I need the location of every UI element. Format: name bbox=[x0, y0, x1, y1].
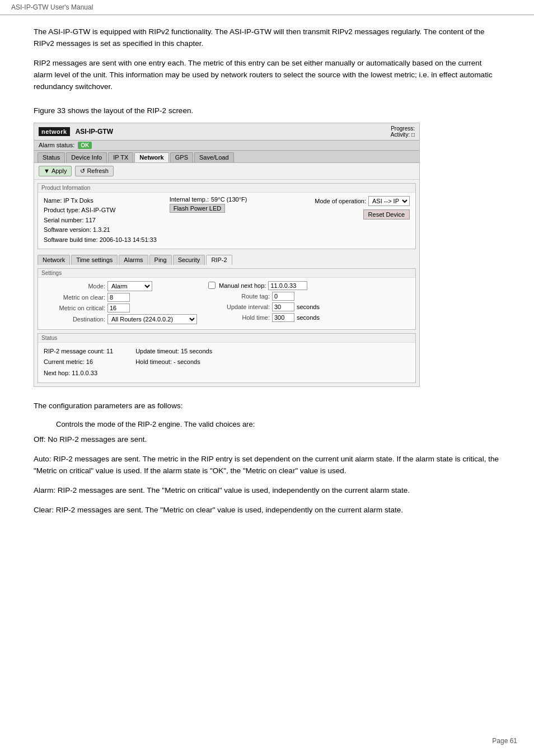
tab-ip-tx[interactable]: IP TX bbox=[108, 152, 133, 162]
manual-next-hop-row: Manual next hop: bbox=[208, 281, 320, 290]
manual-next-hop-input[interactable] bbox=[268, 281, 307, 290]
activity-label: Activity: □ bbox=[391, 132, 415, 138]
update-interval-label: Update interval: bbox=[208, 304, 270, 310]
figure-caption: Figure 33 shows the layout of the RIP-2 … bbox=[34, 106, 500, 115]
device-title: ASI-IP-GTW bbox=[76, 128, 113, 136]
sw-build-value: 2006-10-13 14:51:33 bbox=[100, 236, 157, 243]
reset-device-button[interactable]: Reset Device bbox=[363, 209, 410, 220]
tab-save-load[interactable]: Save/Load bbox=[194, 152, 234, 162]
destination-row: Destination: All Routers (224.0.0.2) bbox=[44, 314, 197, 324]
refresh-button[interactable]: ↺ Refresh bbox=[75, 166, 114, 176]
rip2-msg-count-value: 11 bbox=[106, 348, 113, 354]
device-header: network ASI-IP-GTW Progress: Activity: □ bbox=[34, 123, 419, 141]
sw-version-label: Software version: bbox=[44, 226, 91, 233]
config-intro: The configuration parameters are as foll… bbox=[34, 400, 500, 412]
product-info-grid: Name: IP Tx Doks Product type: ASI-IP-GT… bbox=[44, 196, 410, 245]
sw-build-label: Software build time: bbox=[44, 236, 98, 243]
route-tag-input[interactable] bbox=[272, 292, 294, 301]
name-label: Name: bbox=[44, 197, 62, 204]
current-metric-value: 16 bbox=[86, 358, 93, 365]
status-title: Status bbox=[38, 334, 415, 343]
next-hop-label: Next hop: bbox=[44, 370, 70, 376]
mode-row: Mode: Alarm Off Auto Clear bbox=[44, 281, 197, 291]
config-item-1: Off: No RIP-2 messages are sent. bbox=[34, 434, 500, 446]
tab-device-info[interactable]: Device Info bbox=[66, 152, 107, 162]
settings-section: Settings Mode: Alarm Off Auto Clear bbox=[38, 268, 416, 330]
name-value: IP Tx Doks bbox=[63, 197, 93, 204]
sub-tab-rip2[interactable]: RIP-2 bbox=[206, 255, 232, 265]
status-left-col: RIP-2 message count: 11 Current metric: … bbox=[44, 346, 113, 379]
sub-tab-ping[interactable]: Ping bbox=[149, 255, 172, 265]
product-type-value: ASI-IP-GTW bbox=[81, 207, 115, 213]
hold-time-label: Hold time: bbox=[208, 314, 270, 321]
config-item-3: Alarm: RIP-2 messages are sent. The "Met… bbox=[34, 485, 500, 497]
metric-on-critical-input[interactable] bbox=[107, 304, 130, 312]
tab-network[interactable]: Network bbox=[134, 152, 168, 162]
update-timeout-value: 15 seconds bbox=[181, 348, 212, 354]
manual-header: ASI-IP-GTW User's Manual bbox=[0, 0, 534, 15]
manual-next-hop-checkbox[interactable] bbox=[208, 282, 216, 289]
tab-gps[interactable]: GPS bbox=[170, 152, 193, 162]
network-logo: network bbox=[39, 127, 70, 136]
settings-content: Mode: Alarm Off Auto Clear Metric on cle… bbox=[38, 278, 415, 329]
manual-next-hop-label: Manual next hop: bbox=[219, 282, 266, 289]
apply-icon: ▼ bbox=[44, 167, 50, 174]
sub-tab-bar: Network Time settings Alarms Ping Securi… bbox=[34, 253, 419, 265]
update-timeout-label: Update timeout: bbox=[135, 348, 179, 354]
update-interval-row: Update interval: seconds bbox=[208, 302, 320, 311]
flash-power-row: Flash Power LED bbox=[170, 204, 284, 213]
route-tag-label: Route tag: bbox=[208, 293, 270, 300]
destination-label: Destination: bbox=[44, 316, 105, 323]
update-timeout-row: Update timeout: 15 seconds bbox=[135, 346, 212, 357]
main-tab-bar: Status Device Info IP TX Network GPS Sav… bbox=[34, 151, 419, 163]
internal-temp-row: Internal temp.: 59°C (130°F) bbox=[170, 196, 284, 203]
sub-tab-network[interactable]: Network bbox=[38, 255, 70, 265]
product-info-middle: Internal temp.: 59°C (130°F) Flash Power… bbox=[170, 196, 284, 245]
current-metric-row: Current metric: 16 bbox=[44, 357, 113, 368]
toolbar: ▼ Apply ↺ Refresh bbox=[34, 163, 419, 180]
metric-on-clear-input[interactable] bbox=[107, 293, 130, 302]
name-row: Name: IP Tx Doks bbox=[44, 196, 158, 206]
current-metric-label: Current metric: bbox=[44, 358, 85, 365]
sub-tab-alarms[interactable]: Alarms bbox=[119, 255, 148, 265]
product-info-title: Product Information bbox=[38, 184, 415, 193]
settings-columns: Mode: Alarm Off Auto Clear Metric on cle… bbox=[44, 281, 410, 326]
page-number: Page 61 bbox=[492, 737, 517, 745]
settings-title: Settings bbox=[38, 269, 415, 278]
config-item-2: Auto: RIP-2 messages are sent. The metri… bbox=[34, 454, 500, 477]
update-interval-input[interactable] bbox=[272, 302, 294, 311]
hold-time-input[interactable] bbox=[272, 313, 294, 322]
hold-time-row: Hold time: seconds bbox=[208, 313, 320, 322]
internal-temp-value: 59°C (130°F) bbox=[211, 196, 247, 203]
settings-right-col: Manual next hop: Route tag: Update inter… bbox=[208, 281, 320, 326]
metric-on-clear-label: Metric on clear: bbox=[44, 294, 105, 301]
sub-tab-time-settings[interactable]: Time settings bbox=[71, 255, 118, 265]
product-info-left: Name: IP Tx Doks Product type: ASI-IP-GT… bbox=[44, 196, 158, 245]
destination-select[interactable]: All Routers (224.0.0.2) bbox=[107, 314, 197, 324]
tab-status[interactable]: Status bbox=[38, 152, 65, 162]
product-info-content: Name: IP Tx Doks Product type: ASI-IP-GT… bbox=[38, 193, 415, 249]
next-hop-row: Next hop: 11.0.0.33 bbox=[44, 368, 113, 379]
product-type-label: Product type: bbox=[44, 207, 80, 213]
status-right-col: Update timeout: 15 seconds Hold timeout:… bbox=[135, 346, 212, 379]
hold-timeout-value: - seconds bbox=[174, 358, 200, 365]
rip2-msg-count-label: RIP-2 message count: bbox=[44, 348, 105, 354]
serial-value: 117 bbox=[86, 217, 96, 223]
refresh-icon: ↺ bbox=[80, 167, 85, 175]
serial-label: Serial number: bbox=[44, 217, 84, 223]
metric-on-critical-row: Metric on critical: bbox=[44, 304, 197, 312]
mode-of-operation-select[interactable]: ASI --> IP bbox=[368, 196, 410, 206]
alarm-status: OK bbox=[78, 142, 92, 149]
screenshot-figure: network ASI-IP-GTW Progress: Activity: □… bbox=[34, 123, 420, 387]
flash-power-led-button[interactable]: Flash Power LED bbox=[170, 204, 226, 213]
sub-tab-security[interactable]: Security bbox=[173, 255, 205, 265]
device-header-right: Progress: Activity: □ bbox=[391, 125, 415, 138]
apply-button[interactable]: ▼ Apply bbox=[39, 166, 72, 176]
manual-title: ASI-IP-GTW User's Manual bbox=[11, 3, 93, 11]
mode-select[interactable]: Alarm Off Auto Clear bbox=[107, 281, 152, 291]
status-content: RIP-2 message count: 11 Current metric: … bbox=[38, 343, 415, 382]
hold-time-unit: seconds bbox=[297, 314, 320, 321]
product-type-row: Product type: ASI-IP-GTW bbox=[44, 206, 158, 216]
metric-on-clear-row: Metric on clear: bbox=[44, 293, 197, 302]
mode-label: Mode: bbox=[44, 283, 105, 290]
